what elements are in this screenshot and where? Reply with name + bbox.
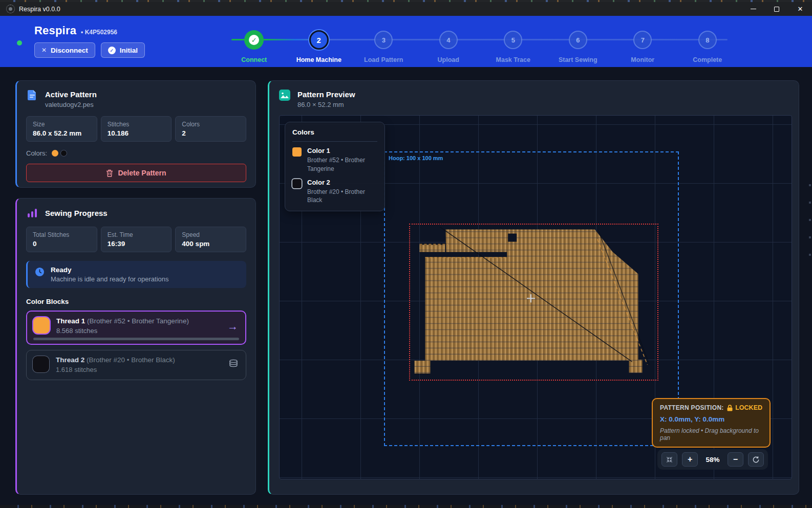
brand: Respira • K4P502956 xyxy=(34,24,117,37)
thread-1-name: Thread 1 xyxy=(56,317,85,325)
pattern-dimensions: 86.0 × 52.2 mm xyxy=(297,101,355,108)
workflow-stepper: ✓ Connect 2 Home Machine 3 Load Pattern … xyxy=(222,16,740,67)
initial-button[interactable]: ✓ Initial xyxy=(101,42,145,58)
delete-pattern-button[interactable]: Delete Pattern xyxy=(26,164,246,182)
legend-color-2: Color 2 Brother #20 • Brother Black xyxy=(292,179,377,205)
step-complete[interactable]: 8 Complete xyxy=(675,16,740,67)
legend-color-1: Color 1 Brother #52 • Brother Tangerine xyxy=(292,147,377,173)
sewing-progress-title: Sewing Progress xyxy=(45,207,108,217)
disconnect-button[interactable]: ✕ Disconnect xyxy=(34,42,95,58)
pattern-bounds xyxy=(409,224,658,381)
pattern-position-overlay: PATTERN POSITION: LOCKED X: 0.0mm, Y: 0.… xyxy=(652,398,771,448)
locked-badge: LOCKED xyxy=(735,404,762,411)
initial-label: Initial xyxy=(120,47,138,54)
lock-icon xyxy=(727,405,733,411)
status-desc: Machine is idle and ready for operations xyxy=(51,275,169,283)
zoom-in-button[interactable]: + xyxy=(682,452,698,467)
thread-2-name: Thread 2 xyxy=(56,356,84,364)
step-home-machine[interactable]: 2 Home Machine xyxy=(287,16,352,67)
maximize-button[interactable] xyxy=(765,2,788,16)
app-window: Respira v0.0.0 ✕ Respira • K4P502956 ✕ D… xyxy=(0,0,812,508)
divider xyxy=(292,141,377,142)
background-window-sliver-bottom xyxy=(0,505,812,508)
minimize-button[interactable] xyxy=(741,2,765,16)
color-dot-2 xyxy=(60,150,67,157)
thread-1-stitches: 8.568 stitches xyxy=(56,327,189,335)
arrow-right-icon: → xyxy=(227,321,238,332)
reset-view-button[interactable] xyxy=(748,452,764,467)
clock-icon xyxy=(35,267,45,277)
thread-2-block[interactable]: Thread 2 (Brother #20 • Brother Black) 1… xyxy=(26,350,246,380)
stat-colors: Colors 2 xyxy=(175,116,246,142)
pattern-preview-card: Pattern Preview 86.0 × 52.2 mm Hoop: 100… xyxy=(268,80,799,495)
maximize-icon xyxy=(774,7,779,12)
legend-swatch-2 xyxy=(292,179,302,188)
stat-speed: Speed 400 spm xyxy=(175,227,246,252)
thread-1-block[interactable]: Thread 1 (Brother #52 • Brother Tangerin… xyxy=(26,311,246,345)
stat-est-time: Est. Time 16:39 xyxy=(101,227,172,252)
color-blocks-label: Color Blocks xyxy=(26,298,246,305)
preview-canvas[interactable]: Hoop: 100 x 100 mm xyxy=(279,115,792,479)
machine-serial: • K4P502956 xyxy=(81,29,117,36)
fit-view-button[interactable] xyxy=(661,452,677,467)
scrollbar-hint xyxy=(809,184,811,261)
position-coords: X: 0.0mm, Y: 0.0mm xyxy=(660,415,762,423)
thread-2-swatch xyxy=(33,356,49,372)
active-pattern-title: Active Pattern xyxy=(45,89,97,99)
color-dot-1 xyxy=(52,150,58,157)
app-name: Respira xyxy=(34,24,76,37)
stat-size: Size 86.0 x 52.2 mm xyxy=(26,116,97,142)
machine-status-banner: Ready Machine is idle and ready for oper… xyxy=(26,261,246,288)
disconnect-label: Disconnect xyxy=(51,47,88,54)
step-monitor[interactable]: 7 Monitor xyxy=(610,16,675,67)
zoom-controls: + 58% − xyxy=(657,449,768,470)
step-done-check-icon: ✓ xyxy=(249,35,259,45)
thread-1-progress-bar xyxy=(33,338,239,340)
plus-icon: + xyxy=(688,455,692,464)
connection-status-dot xyxy=(17,40,22,46)
fit-view-icon xyxy=(666,456,673,463)
initial-check-icon: ✓ xyxy=(108,47,116,54)
step-start-sewing[interactable]: 6 Start Sewing xyxy=(546,16,611,67)
colors-legend-panel: Colors Color 1 Brother #52 • Brother Tan… xyxy=(285,122,385,211)
active-pattern-card: Active Pattern valetudogv2.pes Size 86.0… xyxy=(15,80,256,188)
step-connect[interactable]: ✓ Connect xyxy=(222,16,287,67)
step-mask-trace[interactable]: 5 Mask Trace xyxy=(481,16,546,67)
app-icon xyxy=(6,5,15,13)
position-label: PATTERN POSITION: xyxy=(660,404,724,411)
close-icon: ✕ xyxy=(798,6,803,12)
legend-swatch-1 xyxy=(292,147,302,157)
trash-icon xyxy=(106,169,113,177)
bar-chart-icon xyxy=(26,207,38,219)
thread-1-swatch xyxy=(33,317,50,334)
window-title: Respira v0.0.0 xyxy=(19,6,60,13)
zoom-out-button[interactable]: − xyxy=(728,452,743,467)
titlebar: Respira v0.0.0 ✕ xyxy=(0,2,812,16)
stat-total-stitches: Total Stitches 0 xyxy=(26,227,97,252)
colors-legend-title: Colors xyxy=(292,128,377,136)
position-hint: Pattern locked • Drag background to pan xyxy=(660,427,762,441)
pattern-preview-title: Pattern Preview xyxy=(297,89,355,99)
step-upload[interactable]: 4 Upload xyxy=(416,16,481,67)
app-header: Respira • K4P502956 ✕ Disconnect ✓ Initi… xyxy=(0,16,812,67)
window-controls: ✕ xyxy=(741,2,812,16)
document-icon xyxy=(26,89,38,101)
layers-icon xyxy=(228,359,239,371)
minimize-icon xyxy=(751,9,756,10)
pattern-filename: valetudogv2.pes xyxy=(45,101,97,108)
reset-view-icon xyxy=(752,456,760,463)
minus-icon: − xyxy=(733,455,738,464)
zoom-level: 58% xyxy=(702,456,722,463)
close-button[interactable]: ✕ xyxy=(788,2,812,16)
thread-2-detail: (Brother #20 • Brother Black) xyxy=(87,356,175,364)
step-load-pattern[interactable]: 3 Load Pattern xyxy=(351,16,416,67)
colors-row-label: Colors: xyxy=(26,149,47,157)
sewing-progress-card: Sewing Progress Total Stitches 0 Est. Ti… xyxy=(15,198,256,495)
status-title: Ready xyxy=(51,266,169,274)
thread-2-stitches: 1.618 stitches xyxy=(56,366,175,373)
disconnect-x-icon: ✕ xyxy=(41,47,47,54)
stat-stitches: Stitches 10.186 xyxy=(101,116,172,142)
thread-1-detail: (Brother #52 • Brother Tangerine) xyxy=(87,317,189,325)
image-icon xyxy=(279,89,291,101)
